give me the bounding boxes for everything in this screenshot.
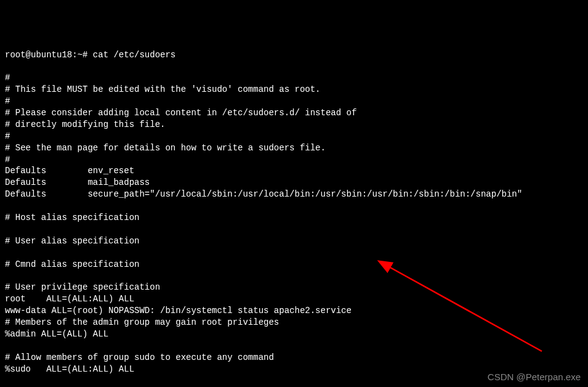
prompt-path: ~ [78, 50, 83, 60]
terminal-output-line [5, 247, 583, 259]
terminal-output-line [5, 200, 583, 212]
watermark-text: CSDN @Peterpan.exe [488, 371, 581, 383]
command-text: cat /etc/sudoers [93, 50, 175, 60]
terminal-output-line: # User privilege specification [5, 282, 583, 293]
terminal-output-line: # Members of the admin group may gain ro… [5, 317, 583, 328]
prompt-user: root@ubuntu18 [5, 50, 72, 60]
terminal-output-line: %admin ALL=(ALL) ALL [5, 328, 583, 340]
terminal-output-line: # See the man page for details on how to… [5, 142, 583, 154]
terminal-output-line: # [5, 131, 583, 142]
terminal-output-line: root ALL=(ALL:ALL) ALL [5, 293, 583, 305]
terminal-output-line [5, 224, 583, 235]
terminal-output-line: www-data ALL=(root) NOPASSWD: /bin/syste… [5, 305, 583, 317]
terminal-output-line: # This file MUST be edited with the 'vis… [5, 84, 583, 96]
terminal-output-line [5, 270, 583, 282]
terminal-output-line [5, 340, 583, 352]
terminal-output-line: # Please consider adding local content i… [5, 107, 583, 119]
terminal-output-line: Defaults env_reset [5, 165, 583, 177]
terminal-output-line: # [5, 154, 583, 166]
terminal-output-line: Defaults mail_badpass [5, 177, 583, 189]
terminal-output: ## This file MUST be edited with the 'vi… [5, 72, 583, 387]
terminal-output-line: # Host alias specification [5, 212, 583, 224]
terminal-output-line: # Cmnd alias specification [5, 259, 583, 271]
terminal-output-line: # directly modifying this file. [5, 119, 583, 131]
terminal-output-line: Defaults secure_path="/usr/local/sbin:/u… [5, 189, 583, 200]
terminal-output-line: # Allow members of group sudo to execute… [5, 352, 583, 364]
terminal-output-line: # [5, 96, 583, 107]
terminal-output-line: # [5, 72, 583, 84]
terminal-line-prompt: root@ubuntu18:~# cat /etc/sudoers [5, 49, 583, 61]
terminal-output-line: # User alias specification [5, 235, 583, 247]
